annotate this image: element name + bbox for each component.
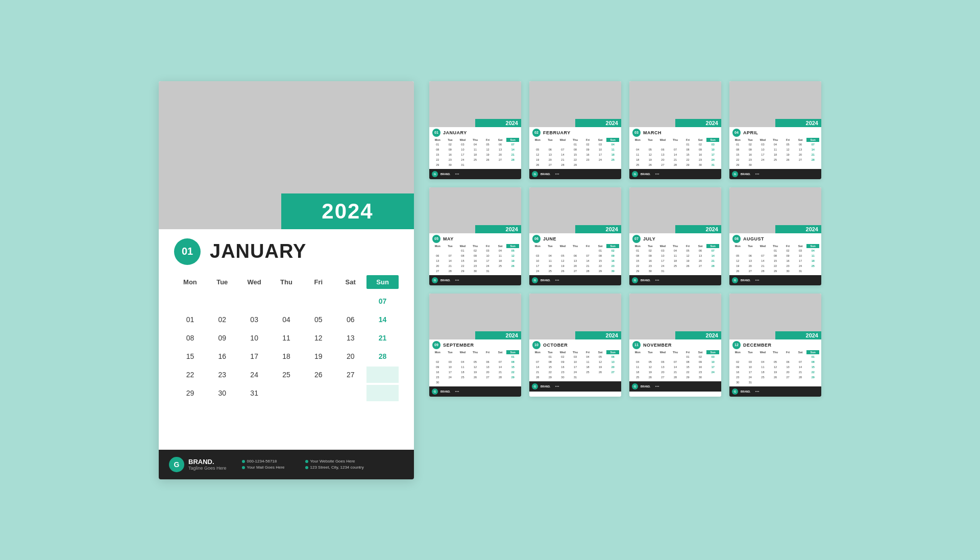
- small-dh-wed: Wed: [456, 138, 469, 142]
- small-day-cell: [544, 249, 557, 253]
- small-day-cell: 19: [644, 370, 657, 375]
- large-photo-right-col: 2024: [281, 81, 414, 229]
- small-day-cell: 30: [694, 163, 707, 167]
- small-day-cell: 16: [444, 153, 457, 157]
- small-month-name: MAY: [443, 236, 454, 241]
- small-day-cell: 07: [669, 360, 682, 364]
- small-day-cell: 01: [681, 355, 694, 359]
- small-dh-sat: Sat: [694, 244, 707, 248]
- small-day-cell: 14: [494, 365, 507, 370]
- small-day-cell: 13: [606, 360, 619, 364]
- small-day-cell: [556, 249, 569, 253]
- small-year: 2024: [506, 332, 518, 338]
- day-cell: [271, 293, 303, 309]
- day-cell: 02: [206, 311, 238, 328]
- small-dh-sun: Sun: [506, 244, 519, 248]
- small-day-headers: Mon Tue Wed Thu Fri Sat Sun: [529, 350, 621, 354]
- small-calendar-05: 2024 05 MAY Mon Tue Wed Thu Fri Sat Sun …: [429, 187, 521, 285]
- small-day-cell: 08: [681, 148, 694, 152]
- small-photo-left: [529, 81, 575, 127]
- small-day-cell: 06: [694, 249, 707, 253]
- large-photo-right-top: [281, 81, 414, 193]
- day-cell: [271, 385, 303, 401]
- small-day-cell: 24: [756, 158, 769, 162]
- small-day-cell: 20: [794, 153, 807, 157]
- small-day-cell: 17: [481, 259, 494, 263]
- small-brand-name: BRAND.: [440, 173, 450, 176]
- day-cell: 31: [238, 385, 271, 401]
- day-cell: [206, 293, 238, 309]
- small-day-cell: 02: [469, 249, 482, 253]
- day-header-sun: Sun: [366, 275, 399, 289]
- small-day-cell: [469, 355, 482, 359]
- small-day-cell: 01: [731, 142, 744, 147]
- small-day-cell: 27: [694, 264, 707, 269]
- small-month-name: NOVEMBER: [643, 343, 672, 348]
- small-day-cell: 23: [694, 158, 707, 162]
- small-footer: G BRAND. ●●●: [429, 275, 521, 285]
- small-day-cell: 06: [744, 254, 757, 258]
- small-day-cell: 27: [431, 269, 444, 274]
- small-year-banner: 2024: [675, 331, 721, 339]
- small-day-cell: 15: [456, 259, 469, 263]
- small-day-cell: [469, 380, 482, 385]
- small-day-cell: 09: [744, 148, 757, 152]
- small-days-grid: 0102030405060708091011121314151617181920…: [529, 355, 621, 380]
- small-day-cell: 12: [781, 148, 794, 152]
- small-dh-tue: Tue: [444, 244, 457, 248]
- small-footer: G BRAND. ●●●: [729, 169, 821, 179]
- small-day-headers: Mon Tue Wed Thu Fri Sat Sun: [529, 138, 621, 142]
- day-cell: [238, 293, 271, 309]
- small-day-cell: 03: [481, 249, 494, 253]
- small-day-cell: 03: [656, 249, 669, 253]
- dot-icon: [242, 460, 245, 463]
- small-day-cell: 04: [544, 254, 557, 258]
- small-photo-area: 2024: [429, 81, 521, 127]
- small-day-cell: [656, 355, 669, 359]
- small-brand-text: BRAND.: [541, 279, 550, 282]
- small-photo-right-top: [475, 187, 521, 225]
- small-brand-icon: G: [632, 277, 638, 283]
- small-days-grid: 0102030405060708091011121314151617181920…: [629, 355, 721, 380]
- small-day-cell: 29: [456, 269, 469, 274]
- small-day-headers: Mon Tue Wed Thu Fri Sat Sun: [729, 244, 821, 248]
- small-day-cell: 07: [806, 142, 819, 147]
- day-cell: [302, 293, 334, 309]
- small-day-cell: 30: [469, 269, 482, 274]
- day-cell: 18: [271, 348, 303, 364]
- small-day-cell: 17: [456, 153, 469, 157]
- small-day-cell: 22: [806, 370, 819, 375]
- small-day-cell: 08: [731, 148, 744, 152]
- small-photo-right: 2024: [675, 187, 721, 233]
- small-dh-wed: Wed: [456, 244, 469, 248]
- small-day-cell: 05: [769, 360, 782, 364]
- small-day-cell: 15: [569, 153, 582, 157]
- small-day-cell: 24: [706, 370, 719, 375]
- small-day-cell: 04: [469, 142, 482, 147]
- small-day-cell: 23: [606, 264, 619, 269]
- small-day-cell: 04: [769, 142, 782, 147]
- small-day-cell: 04: [631, 360, 644, 364]
- small-day-cell: 16: [694, 153, 707, 157]
- small-brand-text: BRAND.: [641, 173, 650, 176]
- small-day-cell: 09: [694, 148, 707, 152]
- small-day-cell: 30: [606, 269, 619, 274]
- small-day-cell: 07: [706, 249, 719, 253]
- small-dh-sat: Sat: [494, 244, 507, 248]
- small-dh-thu: Thu: [669, 350, 682, 354]
- small-day-cell: 12: [769, 365, 782, 370]
- small-day-cell: 23: [744, 158, 757, 162]
- small-day-cell: 31: [794, 269, 807, 274]
- small-day-cell: 16: [469, 259, 482, 263]
- small-day-cell: 18: [631, 370, 644, 375]
- small-day-cell: 31: [569, 375, 582, 380]
- small-day-cell: [694, 269, 707, 274]
- small-day-cell: 13: [494, 148, 507, 152]
- day-header-fri: Fri: [302, 275, 334, 289]
- small-day-cell: 05: [506, 249, 519, 253]
- small-photo-area: 2024: [629, 187, 721, 233]
- small-month-circle: 09: [432, 341, 440, 349]
- small-dh-thu: Thu: [669, 138, 682, 142]
- dot-icon: [242, 466, 245, 469]
- small-day-cell: [606, 163, 619, 167]
